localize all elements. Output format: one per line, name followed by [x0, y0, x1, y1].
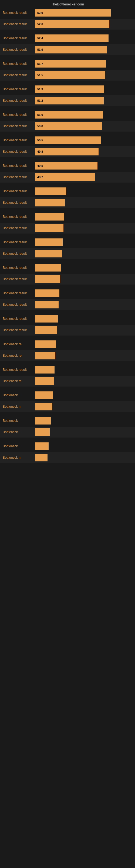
- bar-row: Bottleneck result: [0, 248, 135, 259]
- bar-label: Bottleneck result: [3, 266, 35, 270]
- bar-label: Bottleneck result: [3, 252, 35, 255]
- bar-fill: [35, 275, 60, 283]
- bar-value: 50.8: [37, 124, 43, 128]
- bar-wrap: [35, 340, 132, 348]
- site-header: TheBottlenecker.com: [0, 0, 135, 7]
- bar-wrap: 49.8: [35, 148, 132, 155]
- bar-fill: [35, 224, 63, 232]
- bar-fill: [35, 428, 50, 436]
- bar-wrap: [35, 199, 132, 207]
- bar-fill: 51.9: [35, 46, 107, 54]
- bar-fill: 49.5: [35, 162, 97, 169]
- bar-wrap: 52.9: [35, 9, 132, 17]
- bar-row: Bottleneck result51.5: [0, 70, 135, 81]
- bar-label: Bottleneck result: [3, 113, 35, 117]
- bar-wrap: 51.5: [35, 71, 132, 79]
- bar-wrap: [35, 442, 132, 450]
- bar-row: Bottleneck result: [0, 197, 135, 208]
- bar-wrap: 52.6: [35, 20, 132, 28]
- bar-row: Bottleneck result50.8: [0, 121, 135, 131]
- bar-value: 51.0: [37, 113, 43, 116]
- bar-fill: [35, 199, 65, 207]
- bar-wrap: 49.5: [35, 162, 132, 169]
- bar-label: Bottleneck result: [3, 303, 35, 307]
- bar-wrap: [35, 454, 132, 461]
- bar-wrap: 51.0: [35, 111, 132, 119]
- bar-fill: 49.8: [35, 148, 98, 155]
- bar-label: Bottleneck result: [3, 317, 35, 321]
- bar-value: 51.2: [37, 99, 43, 102]
- bar-value: 51.5: [37, 73, 43, 77]
- bar-wrap: 50.8: [35, 122, 132, 130]
- bar-fill: 52.4: [35, 34, 108, 42]
- bar-wrap: 50.5: [35, 136, 132, 144]
- bar-value: 51.7: [37, 62, 43, 65]
- bar-row: Bottleneck result52.6: [0, 19, 135, 30]
- bar-row: Bottleneck result52.9: [0, 7, 135, 18]
- bar-label: Bottleneck: [3, 393, 35, 397]
- bar-fill: [35, 326, 57, 334]
- bar-fill: 51.2: [35, 97, 104, 104]
- bar-row: Bottleneck result51.2: [0, 95, 135, 106]
- bar-label: Bottleneck result: [3, 99, 35, 102]
- bar-value: 49.8: [37, 150, 43, 153]
- bar-label: Bottleneck result: [3, 175, 35, 179]
- bar-fill: [35, 366, 54, 373]
- bar-fill: [35, 301, 58, 308]
- bar-row: Bottleneck result52.4: [0, 33, 135, 44]
- bar-wrap: [35, 403, 132, 410]
- bar-wrap: [35, 213, 132, 220]
- bar-row: Bottleneck result: [0, 186, 135, 197]
- bar-value: 50.5: [37, 138, 43, 142]
- bar-fill: 51.7: [35, 60, 106, 67]
- bar-label: Bottleneck re: [3, 354, 35, 358]
- bar-fill: 51.0: [35, 111, 103, 119]
- bar-row: Bottleneck result: [0, 299, 135, 310]
- bar-fill: [35, 239, 63, 246]
- bar-fill: [35, 417, 51, 425]
- bar-label: Bottleneck result: [3, 368, 35, 372]
- bar-row: Bottleneck result: [0, 237, 135, 248]
- bar-wrap: 52.4: [35, 34, 132, 42]
- bar-fill: [35, 352, 55, 360]
- bar-row: Bottleneck result51.9: [0, 44, 135, 55]
- bar-label: Bottleneck result: [3, 189, 35, 193]
- bar-row: Bottleneck re: [0, 350, 135, 361]
- bar-fill: [35, 340, 56, 348]
- bar-row: Bottleneck result48.7: [0, 172, 135, 183]
- bar-fill: 52.6: [35, 20, 109, 28]
- bar-fill: [35, 403, 52, 410]
- bar-label: Bottleneck result: [3, 291, 35, 295]
- bar-label: Bottleneck result: [3, 201, 35, 205]
- bar-label: Bottleneck result: [3, 150, 35, 154]
- bar-value: 52.9: [37, 11, 43, 14]
- bar-wrap: 51.7: [35, 60, 132, 67]
- bar-wrap: [35, 417, 132, 425]
- bar-fill: [35, 289, 59, 297]
- bar-wrap: [35, 326, 132, 334]
- site-title: TheBottlenecker.com: [51, 2, 84, 6]
- bar-row: Bottleneck result51.3: [0, 84, 135, 95]
- bar-row: Bottleneck result51.0: [0, 109, 135, 120]
- bar-wrap: [35, 428, 132, 436]
- bar-label: Bottleneck n: [3, 456, 35, 460]
- bar-label: Bottleneck result: [3, 164, 35, 167]
- bar-row: Bottleneck result: [0, 313, 135, 324]
- bar-label: Bottleneck result: [3, 48, 35, 52]
- bar-row: Bottleneck result: [0, 211, 135, 222]
- bar-fill: [35, 250, 62, 257]
- bar-wrap: [35, 264, 132, 272]
- bar-value: 51.9: [37, 48, 43, 51]
- bar-fill: [35, 392, 53, 399]
- bar-row: Bottleneck n: [0, 452, 135, 463]
- bar-label: Bottleneck re: [3, 342, 35, 346]
- bar-wrap: [35, 187, 132, 195]
- bar-label: Bottleneck result: [3, 240, 35, 244]
- bar-label: Bottleneck result: [3, 22, 35, 26]
- bar-label: Bottleneck result: [3, 215, 35, 219]
- bar-row: Bottleneck result: [0, 274, 135, 284]
- bar-wrap: 51.9: [35, 46, 132, 54]
- bar-fill: 51.3: [35, 86, 104, 93]
- bar-row: Bottleneck n: [0, 401, 135, 412]
- bar-value: 49.5: [37, 164, 43, 167]
